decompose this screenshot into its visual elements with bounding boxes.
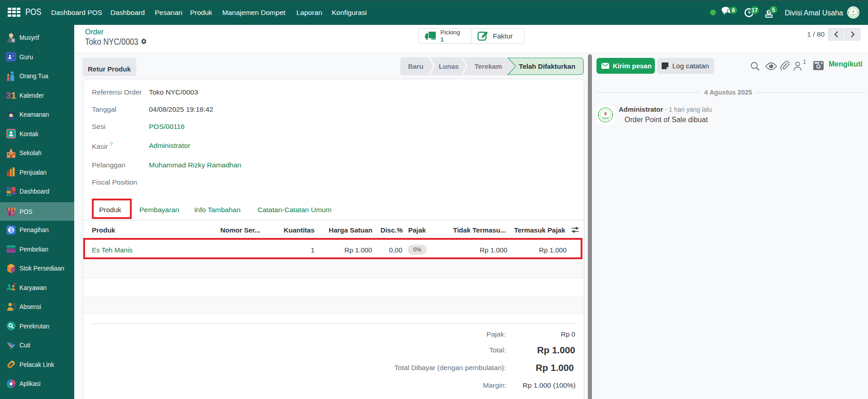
svg-text:Lunas: Lunas xyxy=(439,62,458,70)
svg-text:$: $ xyxy=(10,227,13,233)
svg-text:Baru: Baru xyxy=(408,62,423,70)
svg-text:1: 1 xyxy=(11,90,16,100)
svg-text:Terekam: Terekam xyxy=(475,62,502,70)
svg-text:Telah Difakturkan: Telah Difakturkan xyxy=(519,62,576,70)
svg-text:3: 3 xyxy=(6,90,11,100)
